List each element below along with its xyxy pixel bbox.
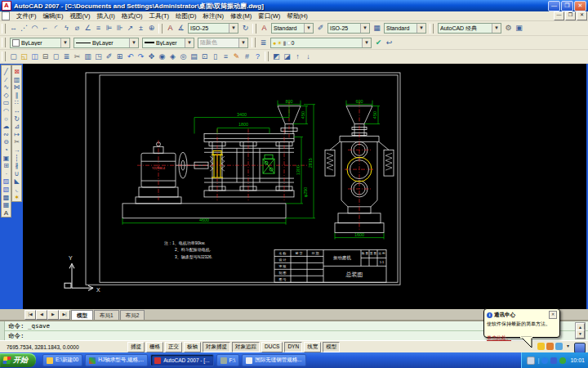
dim-style-icon[interactable]: ✐ xyxy=(315,23,326,34)
make-object-layer-current-icon[interactable]: ✔ xyxy=(373,38,384,48)
pan-icon[interactable]: ✥ xyxy=(146,52,157,62)
scale-icon[interactable]: ⊿ xyxy=(12,123,21,131)
menu-item-1[interactable]: 编辑(E) xyxy=(40,12,67,20)
draworder-under-icon[interactable]: ↓ xyxy=(303,52,314,62)
taskbar-task-0[interactable]: E:\新建00 xyxy=(42,354,82,366)
prev-tab-button[interactable]: ◀ xyxy=(36,310,47,320)
rotate-icon[interactable]: ↻ xyxy=(12,115,21,123)
menu-item-7[interactable]: 标注(N) xyxy=(200,12,227,20)
toggle-捕捉[interactable]: 捕捉 xyxy=(127,342,145,352)
center-mark-icon[interactable]: ⊕ xyxy=(146,23,157,34)
aligned-dim-icon[interactable]: ⋰ xyxy=(19,23,29,34)
quick-leader-icon[interactable]: ↗ xyxy=(125,23,136,34)
chevron-down-icon[interactable]: ▼ xyxy=(229,24,238,33)
dim-edit-icon[interactable]: A xyxy=(165,23,176,34)
menu-item-2[interactable]: 视图(V) xyxy=(67,12,94,20)
offset-icon[interactable]: ∥ xyxy=(12,92,21,100)
mdi-minimize-button[interactable]: — xyxy=(554,11,564,20)
menu-item-0[interactable]: 文件(F) xyxy=(13,12,40,20)
tab-model[interactable]: 模型 xyxy=(71,310,93,320)
workspace-combo[interactable]: AutoCAD 经典▼ xyxy=(438,23,501,34)
point-icon[interactable]: ∙ xyxy=(2,170,11,178)
messenger-tray-icon[interactable] xyxy=(541,357,548,364)
workspace-settings-icon[interactable]: ⚙ xyxy=(503,23,514,34)
line-icon[interactable]: ╱ xyxy=(2,68,11,76)
toolbar-grip[interactable] xyxy=(252,38,256,47)
last-tab-button[interactable]: ▶| xyxy=(59,310,70,320)
redo-icon[interactable]: ↷ xyxy=(136,52,146,62)
chevron-down-icon[interactable]: ▼ xyxy=(362,38,371,47)
restore-button[interactable]: ❒ xyxy=(561,1,573,11)
communication-center-icon[interactable] xyxy=(555,343,563,350)
tab-layout1[interactable]: 布局1 xyxy=(94,310,119,320)
toggle-线宽[interactable]: 线宽 xyxy=(304,342,321,352)
command-scrollbar[interactable]: ▲ ▼ xyxy=(575,322,586,339)
zoom-previous-icon[interactable]: ◎ xyxy=(178,52,189,62)
taskbar-task-1[interactable]: HJ轴承型号,规格,... xyxy=(85,354,148,366)
arc-icon[interactable]: ◠ xyxy=(2,107,11,115)
toolbar-grip[interactable] xyxy=(2,38,6,47)
extend-icon[interactable]: → xyxy=(12,146,21,155)
first-tab-button[interactable]: |◀ xyxy=(24,310,36,320)
chevron-down-icon[interactable]: ▼ xyxy=(492,24,501,33)
join-icon[interactable]: ∪ xyxy=(12,170,21,178)
drawing-document-icon[interactable] xyxy=(2,11,10,20)
ordinate-dim-icon[interactable]: ⌐ xyxy=(40,23,51,34)
chevron-down-icon[interactable]: ▼ xyxy=(304,24,313,33)
model-space-canvas[interactable]: 800 450 3400 1800 1300 2815 φ250 4600 60… xyxy=(23,64,586,309)
text-style-combo[interactable]: Standard▼ xyxy=(271,23,314,34)
zoom-window-icon[interactable]: ◈ xyxy=(167,52,178,62)
dim-style-combo[interactable]: ISO-25▼ xyxy=(188,23,238,34)
chevron-down-icon[interactable]: ▼ xyxy=(129,38,138,47)
ellipse-arc-icon[interactable]: ◔ xyxy=(2,146,11,155)
menu-item-10[interactable]: 帮助(H) xyxy=(283,12,310,20)
minimize-button[interactable]: — xyxy=(548,1,560,11)
next-tab-button[interactable]: ▶ xyxy=(47,310,59,320)
toolbar-grip[interactable] xyxy=(2,52,6,61)
plot-preview-icon[interactable]: ◻ xyxy=(51,52,61,62)
construction-line-icon[interactable]: ⁄ xyxy=(2,76,11,84)
undo-icon[interactable]: ↶ xyxy=(125,52,136,62)
table-icon[interactable]: ▦ xyxy=(2,201,11,209)
status-menu-arrow-icon[interactable]: ▾ xyxy=(564,343,572,350)
chevron-down-icon[interactable]: ▼ xyxy=(416,24,425,33)
draworder-front-icon[interactable]: ◩ xyxy=(271,52,282,62)
array-icon[interactable]: ∷ xyxy=(12,99,21,107)
toggle-DUCS[interactable]: DUCS xyxy=(261,342,283,352)
rectangle-icon[interactable]: ▭ xyxy=(2,99,11,107)
toolbar-grip[interactable] xyxy=(430,24,434,34)
menu-item-6[interactable]: 绘图(D) xyxy=(172,12,199,20)
mdi-close-button[interactable]: ✕ xyxy=(577,11,587,20)
toolbar-grip[interactable] xyxy=(265,52,269,61)
printer-tray-icon[interactable] xyxy=(527,357,535,365)
layer-properties-icon[interactable]: ≣ xyxy=(258,38,269,48)
tool-palettes-icon[interactable]: ▯ xyxy=(210,52,220,62)
chevron-down-icon[interactable]: ▼ xyxy=(185,38,194,47)
toggle-极轴[interactable]: 极轴 xyxy=(184,342,201,352)
explode-icon[interactable]: ✶ xyxy=(12,194,21,202)
my-workspace-icon[interactable]: ▣ xyxy=(514,23,524,34)
taskbar-task-4[interactable]: 国际无缝钢管规格... xyxy=(242,354,305,366)
trim-icon[interactable]: ✂ xyxy=(12,138,21,146)
dim-text-edit-icon[interactable]: ∡ xyxy=(176,23,186,34)
designcenter-icon[interactable]: ⊡ xyxy=(199,52,210,62)
toolbar-grip[interactable] xyxy=(2,24,6,34)
start-button[interactable]: 开始 xyxy=(0,353,36,367)
save-icon[interactable]: ◫ xyxy=(29,52,40,62)
balloon-link[interactable]: 单击此处。 xyxy=(487,334,511,342)
erase-icon[interactable]: ⊠ xyxy=(12,68,21,76)
chevron-down-icon[interactable]: ▼ xyxy=(360,24,369,33)
properties-icon[interactable]: ▤ xyxy=(189,52,199,62)
toggle-正交[interactable]: 正交 xyxy=(165,342,182,352)
toolbar-lock-icon[interactable] xyxy=(537,343,545,350)
close-button[interactable]: ✕ xyxy=(574,1,586,11)
polyline-icon[interactable]: ∿ xyxy=(2,83,11,92)
toggle-对象捕捉[interactable]: 对象捕捉 xyxy=(203,342,230,352)
diameter-dim-icon[interactable]: ⌀ xyxy=(72,23,82,34)
dim-update-icon[interactable]: ↻ xyxy=(240,23,251,34)
toolbar-grip[interactable] xyxy=(252,24,256,34)
layer-previous-icon[interactable]: ↩ xyxy=(384,38,394,48)
toolbar-grip[interactable] xyxy=(158,24,163,34)
angular-dim-icon[interactable]: ∠ xyxy=(82,23,93,34)
break-icon[interactable]: ∦ xyxy=(12,162,21,170)
